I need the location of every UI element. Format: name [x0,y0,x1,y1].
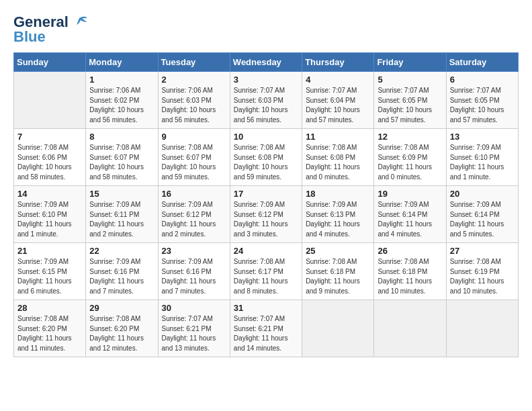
day-info: Sunrise: 7:08 AM Sunset: 6:08 PM Dayligh… [234,143,298,182]
day-cell: 9Sunrise: 7:08 AM Sunset: 6:07 PM Daylig… [158,129,230,186]
day-cell: 28Sunrise: 7:08 AM Sunset: 6:20 PM Dayli… [14,300,86,357]
logo-bird-icon [70,15,89,29]
day-cell: 17Sunrise: 7:09 AM Sunset: 6:12 PM Dayli… [230,186,302,243]
day-info: Sunrise: 7:08 AM Sunset: 6:08 PM Dayligh… [306,143,370,182]
day-number: 20 [450,189,515,199]
day-info: Sunrise: 7:09 AM Sunset: 6:10 PM Dayligh… [17,200,82,239]
day-cell: 6Sunrise: 7:07 AM Sunset: 6:05 PM Daylig… [446,72,518,129]
day-cell: 22Sunrise: 7:09 AM Sunset: 6:16 PM Dayli… [86,243,158,300]
week-row-2: 7Sunrise: 7:08 AM Sunset: 6:06 PM Daylig… [14,129,519,186]
day-info: Sunrise: 7:08 AM Sunset: 6:18 PM Dayligh… [306,257,370,296]
day-info: Sunrise: 7:08 AM Sunset: 6:17 PM Dayligh… [234,257,298,296]
day-cell: 12Sunrise: 7:08 AM Sunset: 6:09 PM Dayli… [374,129,446,186]
calendar-table: SundayMondayTuesdayWednesdayThursdayFrid… [13,52,519,357]
page-header: General Blue [13,13,519,46]
day-info: Sunrise: 7:08 AM Sunset: 6:06 PM Dayligh… [17,143,82,182]
week-row-4: 21Sunrise: 7:09 AM Sunset: 6:15 PM Dayli… [14,243,519,300]
header-row: SundayMondayTuesdayWednesdayThursdayFrid… [14,53,519,72]
day-number: 12 [378,132,442,142]
day-cell: 10Sunrise: 7:08 AM Sunset: 6:08 PM Dayli… [230,129,302,186]
day-number: 19 [378,189,442,199]
day-number: 26 [378,246,442,256]
day-number: 18 [306,189,370,199]
week-row-5: 28Sunrise: 7:08 AM Sunset: 6:20 PM Dayli… [14,300,519,357]
day-number: 28 [17,303,82,313]
day-cell: 29Sunrise: 7:08 AM Sunset: 6:20 PM Dayli… [86,300,158,357]
day-info: Sunrise: 7:09 AM Sunset: 6:13 PM Dayligh… [306,200,370,239]
day-cell: 18Sunrise: 7:09 AM Sunset: 6:13 PM Dayli… [302,186,374,243]
day-info: Sunrise: 7:09 AM Sunset: 6:16 PM Dayligh… [89,257,154,296]
day-number: 16 [162,189,226,199]
header-cell-thursday: Thursday [302,53,374,72]
day-cell: 7Sunrise: 7:08 AM Sunset: 6:06 PM Daylig… [14,129,86,186]
day-number: 8 [89,132,154,142]
day-cell: 3Sunrise: 7:07 AM Sunset: 6:03 PM Daylig… [230,72,302,129]
day-cell: 23Sunrise: 7:09 AM Sunset: 6:16 PM Dayli… [158,243,230,300]
day-cell: 11Sunrise: 7:08 AM Sunset: 6:08 PM Dayli… [302,129,374,186]
day-number: 9 [162,132,226,142]
day-cell: 30Sunrise: 7:07 AM Sunset: 6:21 PM Dayli… [158,300,230,357]
day-cell: 13Sunrise: 7:09 AM Sunset: 6:10 PM Dayli… [446,129,518,186]
day-cell: 25Sunrise: 7:08 AM Sunset: 6:18 PM Dayli… [302,243,374,300]
week-row-3: 14Sunrise: 7:09 AM Sunset: 6:10 PM Dayli… [14,186,519,243]
day-cell: 8Sunrise: 7:08 AM Sunset: 6:07 PM Daylig… [86,129,158,186]
day-cell: 21Sunrise: 7:09 AM Sunset: 6:15 PM Dayli… [14,243,86,300]
header-cell-wednesday: Wednesday [230,53,302,72]
day-info: Sunrise: 7:08 AM Sunset: 6:19 PM Dayligh… [450,257,515,296]
day-cell: 4Sunrise: 7:07 AM Sunset: 6:04 PM Daylig… [302,72,374,129]
day-cell: 1Sunrise: 7:06 AM Sunset: 6:02 PM Daylig… [86,72,158,129]
day-info: Sunrise: 7:07 AM Sunset: 6:05 PM Dayligh… [378,86,442,125]
day-cell: 31Sunrise: 7:07 AM Sunset: 6:21 PM Dayli… [230,300,302,357]
day-number: 22 [89,246,154,256]
day-number: 23 [162,246,226,256]
day-info: Sunrise: 7:09 AM Sunset: 6:16 PM Dayligh… [162,257,226,296]
day-number: 29 [89,303,154,313]
logo: General Blue [13,13,89,46]
day-number: 21 [17,246,82,256]
day-info: Sunrise: 7:06 AM Sunset: 6:03 PM Dayligh… [162,86,226,125]
day-cell: 16Sunrise: 7:09 AM Sunset: 6:12 PM Dayli… [158,186,230,243]
day-cell: 15Sunrise: 7:09 AM Sunset: 6:11 PM Dayli… [86,186,158,243]
day-number: 1 [89,75,154,85]
day-cell [14,72,86,129]
day-info: Sunrise: 7:09 AM Sunset: 6:11 PM Dayligh… [89,200,154,239]
logo-line2: Blue [13,28,46,46]
day-number: 27 [450,246,515,256]
day-info: Sunrise: 7:07 AM Sunset: 6:05 PM Dayligh… [450,86,515,125]
day-info: Sunrise: 7:09 AM Sunset: 6:12 PM Dayligh… [234,200,298,239]
day-info: Sunrise: 7:09 AM Sunset: 6:15 PM Dayligh… [17,257,82,296]
day-cell: 2Sunrise: 7:06 AM Sunset: 6:03 PM Daylig… [158,72,230,129]
day-number: 6 [450,75,515,85]
day-number: 11 [306,132,370,142]
day-number: 14 [17,189,82,199]
day-number: 25 [306,246,370,256]
day-cell: 26Sunrise: 7:08 AM Sunset: 6:18 PM Dayli… [374,243,446,300]
header-cell-friday: Friday [374,53,446,72]
header-cell-tuesday: Tuesday [158,53,230,72]
day-number: 5 [378,75,442,85]
day-info: Sunrise: 7:07 AM Sunset: 6:03 PM Dayligh… [234,86,298,125]
day-info: Sunrise: 7:08 AM Sunset: 6:20 PM Dayligh… [17,314,82,353]
day-info: Sunrise: 7:09 AM Sunset: 6:14 PM Dayligh… [378,200,442,239]
day-info: Sunrise: 7:08 AM Sunset: 6:07 PM Dayligh… [89,143,154,182]
day-info: Sunrise: 7:08 AM Sunset: 6:20 PM Dayligh… [89,314,154,353]
header-cell-saturday: Saturday [446,53,518,72]
day-cell [374,300,446,357]
day-cell: 20Sunrise: 7:09 AM Sunset: 6:14 PM Dayli… [446,186,518,243]
day-info: Sunrise: 7:09 AM Sunset: 6:14 PM Dayligh… [450,200,515,239]
day-cell [446,300,518,357]
day-number: 4 [306,75,370,85]
day-cell: 19Sunrise: 7:09 AM Sunset: 6:14 PM Dayli… [374,186,446,243]
day-number: 17 [234,189,298,199]
day-number: 30 [162,303,226,313]
day-number: 13 [450,132,515,142]
day-info: Sunrise: 7:09 AM Sunset: 6:10 PM Dayligh… [450,143,515,182]
day-cell: 27Sunrise: 7:08 AM Sunset: 6:19 PM Dayli… [446,243,518,300]
week-row-1: 1Sunrise: 7:06 AM Sunset: 6:02 PM Daylig… [14,72,519,129]
day-cell: 5Sunrise: 7:07 AM Sunset: 6:05 PM Daylig… [374,72,446,129]
day-info: Sunrise: 7:06 AM Sunset: 6:02 PM Dayligh… [89,86,154,125]
day-number: 7 [17,132,82,142]
day-cell [302,300,374,357]
day-number: 24 [234,246,298,256]
day-info: Sunrise: 7:07 AM Sunset: 6:21 PM Dayligh… [234,314,298,353]
